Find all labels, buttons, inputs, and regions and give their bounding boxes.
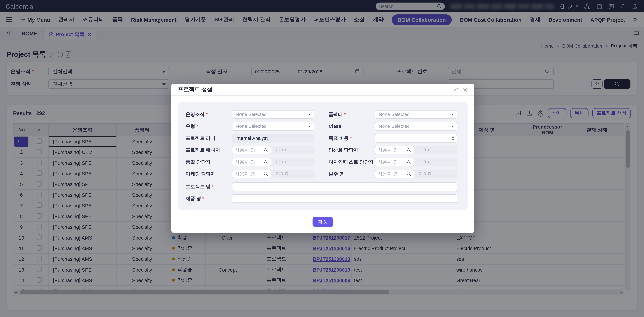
field-quality-label: 품질 담당자: [186, 158, 211, 166]
field-order-user-input[interactable]: 사용자 명: [375, 170, 414, 178]
close-icon[interactable]: ✕: [463, 86, 468, 93]
field-class-label: Class: [328, 122, 341, 130]
field-leader-value: Internal Analyst: [232, 134, 314, 142]
field-massprod-id-input[interactable]: 아이디: [415, 146, 457, 154]
field-target-cost-label: 목표 비용*: [328, 134, 352, 142]
spinner-down-icon[interactable]: [452, 139, 454, 140]
field-type-select[interactable]: None Selected: [232, 122, 314, 130]
app-root: Caidentia Search 한국어 ∨ ☆My Menu관리자커뮤니티품목…: [0, 0, 644, 317]
field-designtest-label: 디자인/테스트 담당자: [328, 158, 374, 166]
modal-form: 운영조직* None Selected 폼팩터* None Selected 유…: [178, 102, 468, 210]
chevron-down-icon: [308, 126, 311, 127]
field-product-name-label: 제품 명*: [186, 194, 204, 203]
chevron-down-icon: [451, 126, 454, 127]
field-order-label: 발주 명: [328, 170, 344, 178]
field-formfactor-select[interactable]: None Selected: [375, 110, 457, 118]
field-marketing-label: 마케팅 담당자: [186, 170, 215, 178]
field-project-name-input[interactable]: [232, 182, 457, 191]
field-quality-id-input[interactable]: 아이디: [272, 158, 314, 166]
search-icon[interactable]: [264, 160, 268, 164]
submit-button[interactable]: 작성: [312, 217, 333, 227]
field-massprod-user-input[interactable]: 사용자 명: [375, 146, 414, 154]
field-target-cost-input[interactable]: [375, 134, 457, 142]
field-org-label: 운영조직*: [186, 110, 208, 118]
field-order-id-input[interactable]: 아이디: [415, 170, 457, 178]
field-quality-user-input[interactable]: 사용자 명: [232, 158, 271, 166]
field-massprod-label: 양산화 담당자: [328, 146, 358, 154]
field-org-select[interactable]: None Selected: [232, 110, 314, 118]
modal-title: 프로젝트 생성: [178, 86, 213, 93]
search-icon[interactable]: [264, 172, 268, 176]
chevron-down-icon: [451, 114, 454, 116]
field-formfactor-label: 폼팩터*: [328, 110, 346, 118]
field-product-name-input[interactable]: [232, 194, 457, 203]
search-icon[interactable]: [406, 160, 411, 164]
field-pm-label: 프로젝트 매니저: [186, 146, 220, 154]
field-project-name-label: 프로젝트 명*: [186, 182, 214, 191]
field-class-select[interactable]: None Selected: [375, 122, 457, 130]
field-designtest-id-input[interactable]: 아이디: [415, 158, 457, 166]
field-type-label: 유형*: [186, 122, 198, 130]
chevron-down-icon: [308, 114, 311, 116]
field-leader-label: 프로젝트 리더: [186, 134, 215, 142]
field-pm-id-input[interactable]: 아이디: [272, 146, 314, 154]
create-project-modal: 프로젝트 생성 ⤢ ✕ 운영조직* None Selected 폼팩터* Non…: [171, 84, 474, 233]
expand-icon[interactable]: ⤢: [454, 86, 458, 93]
field-pm-user-input[interactable]: 사용자 명: [232, 146, 271, 154]
search-icon[interactable]: [264, 148, 268, 152]
search-icon[interactable]: [406, 172, 411, 176]
field-marketing-user-input[interactable]: 사용자 명: [232, 170, 271, 178]
modal-header: 프로젝트 생성 ⤢ ✕: [171, 84, 474, 96]
search-icon[interactable]: [406, 148, 411, 152]
field-designtest-user-input[interactable]: 사용자 명: [375, 158, 414, 166]
spinner-up-icon[interactable]: [452, 136, 454, 138]
field-marketing-id-input[interactable]: 아이디: [272, 170, 314, 178]
